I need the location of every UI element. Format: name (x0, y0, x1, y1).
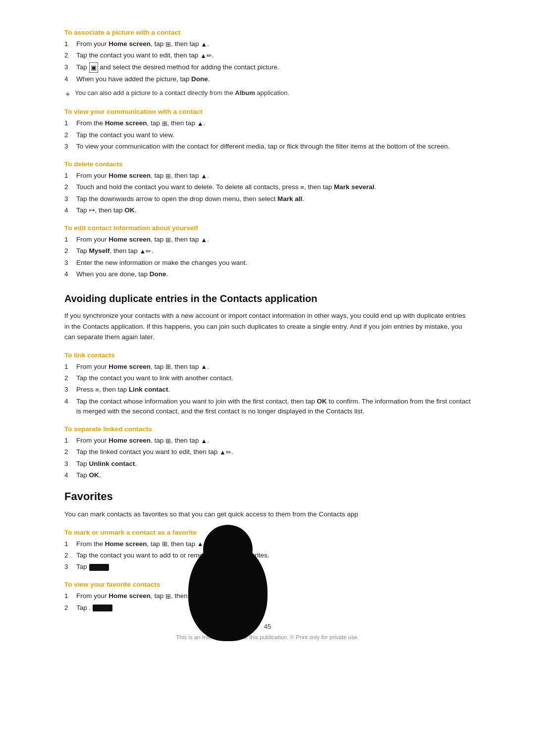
steps-edit-self: 1From your Home screen, tap ⊞, then tap … (64, 235, 471, 279)
steps-view-comm: 1From the Home screen, tap ⊞, then tap ▲… (64, 118, 471, 151)
step-item: 1From your Home screen, tap ⊞, then tap … (64, 436, 471, 446)
section-delete-contacts: To delete contacts 1From your Home scree… (64, 160, 471, 215)
section-heading-edit-self: To edit contact information about yourse… (64, 224, 471, 232)
section-heading-associate: To associate a picture with a contact (64, 29, 471, 36)
step-item: 3Tap (64, 562, 471, 572)
step-item: 4Tap ↦, then tap OK. (64, 205, 471, 215)
step-item: 3Press ≡, then tap Link contact. (64, 385, 471, 395)
section-separate-contacts: To separate linked contacts 1From your H… (64, 425, 471, 480)
section-associate-picture: To associate a picture with a contact 1F… (64, 29, 471, 99)
section-view-favorites: To view your favorite contacts 1From you… (64, 581, 471, 613)
section-mark-favorite: To mark or unmark a contact as a favorit… (64, 529, 471, 572)
steps-link: 1From your Home screen, tap ⊞, then tap … (64, 362, 471, 416)
favorites-section: Favorites You can mark contacts as favor… (64, 490, 471, 613)
section-link-contacts: To link contacts 1From your Home screen,… (64, 352, 471, 416)
chapter-title: Avoiding duplicate entries in the Contac… (64, 293, 471, 343)
section-view-communication: To view your communication with a contac… (64, 108, 471, 151)
redaction-blob-head (203, 525, 253, 574)
step-item: 4When you have added the picture, tap Do… (64, 74, 471, 84)
step-item: 3Tap ▣ and select the desired method for… (64, 62, 471, 73)
favorites-title: Favorites (64, 490, 471, 503)
step-item: 2Tap . (64, 603, 471, 613)
step-item: 1From your Home screen, tap ⊞, then tap … (64, 591, 471, 601)
step-item: 2Tap Myself, then tap ▲✏. (64, 246, 471, 256)
section-heading-mark-fav: To mark or unmark a contact as a favorit… (64, 529, 471, 536)
step-item: 3Tap the downwards arrow to open the dro… (64, 194, 471, 204)
steps-delete: 1From your Home screen, tap ⊞, then tap … (64, 171, 471, 215)
page-number: 45 (64, 623, 471, 630)
step-item: 3Tap Unlink contact. (64, 459, 471, 469)
steps-mark-fav: 1From the Home screen, tap ⊞, then tap ▲… (64, 539, 471, 572)
favorites-body: You can mark contacts as favorites so th… (64, 509, 471, 520)
section-heading-view-comm: To view your communication with a contac… (64, 108, 471, 115)
step-item: 1From your Home screen, tap ⊞, then tap … (64, 235, 471, 245)
step-item: 4When you are done, tap Done. (64, 269, 471, 279)
step-item: 2Tap the contact you want to add to or r… (64, 551, 471, 560)
steps-view-fav: 1From your Home screen, tap ⊞, then tap … (64, 591, 471, 613)
step-item: 1From your Home screen, tap ⊞, then tap … (64, 39, 471, 49)
step-item: 1From the Home screen, tap ⊞, then tap ▲… (64, 539, 471, 549)
section-heading-view-fav: To view your favorite contacts (64, 581, 471, 588)
step-item: 3Enter the new information or make the c… (64, 258, 471, 268)
steps-associate: 1From your Home screen, tap ⊞, then tap … (64, 39, 471, 84)
section-heading-delete: To delete contacts (64, 160, 471, 168)
step-item: 4Tap OK. (64, 470, 471, 480)
step-item: 1From your Home screen, tap ⊞, then tap … (64, 362, 471, 372)
step-item: 2Tap the linked contact you want to edit… (64, 447, 471, 457)
tip-associate: ✦ You can also add a picture to a contac… (64, 89, 471, 99)
step-item: 3To view your communication with the con… (64, 142, 471, 151)
step-item: 1From your Home screen, tap ⊞, then tap … (64, 171, 471, 181)
section-heading-link: To link contacts (64, 352, 471, 359)
step-item: 2Touch and hold the contact you want to … (64, 182, 471, 192)
step-item: 2Tap the contact you want to link with a… (64, 373, 471, 383)
step-item: 4Tap the contact whose information you w… (64, 397, 471, 417)
footer-note: This is an Internet version of this publ… (64, 634, 471, 640)
step-item: 2Tap the contact you want to edit, then … (64, 50, 471, 60)
section-heading-separate: To separate linked contacts (64, 425, 471, 433)
steps-separate: 1From your Home screen, tap ⊞, then tap … (64, 436, 471, 480)
step-item: 2Tap the contact you want to view. (64, 130, 471, 140)
section-edit-yourself: To edit contact information about yourse… (64, 224, 471, 279)
step-item: 1From the Home screen, tap ⊞, then tap ▲… (64, 118, 471, 128)
tip-icon: ✦ (64, 90, 71, 99)
